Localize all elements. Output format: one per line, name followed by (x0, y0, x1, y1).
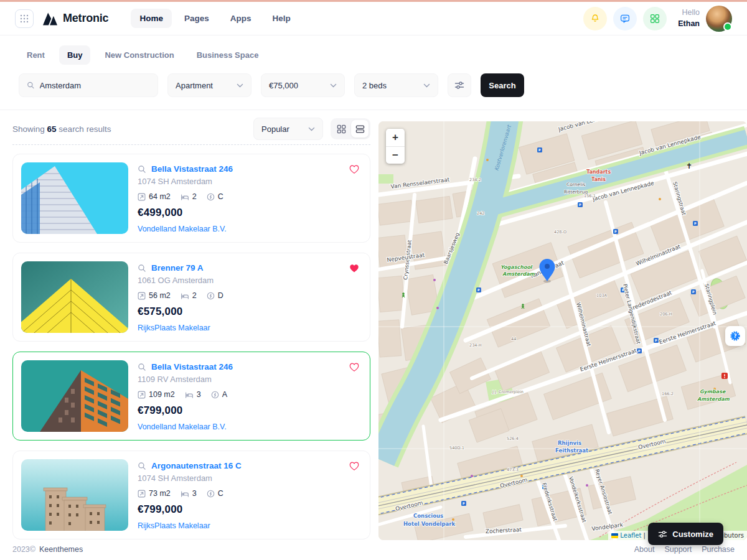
metronic-logo[interactable]: Metronic (42, 12, 108, 26)
svg-text:P: P (638, 349, 641, 353)
favorite-button[interactable] (349, 460, 360, 472)
sort-select[interactable]: Popular (253, 118, 323, 140)
listing-card-selected[interactable]: Bella Vistastraat 246 1109 RV Amsterdam … (12, 352, 370, 441)
area-icon (138, 490, 146, 498)
page-footer: 2023© Keenthemes About Support Purchase (0, 545, 747, 554)
listing-address: 1109 RV Amsterdam (138, 375, 362, 384)
nav-item-apps[interactable]: Apps (222, 9, 260, 28)
bed-icon (181, 292, 189, 299)
favorite-button-active[interactable] (349, 263, 360, 274)
zoom-search-icon (138, 165, 146, 174)
nav-item-pages[interactable]: Pages (176, 9, 218, 28)
map-panel[interactable]: P P P P P P P P P P P ✝ (378, 121, 747, 540)
area-value: 73 m2 (149, 489, 171, 498)
area-value: 64 m2 (149, 192, 171, 201)
price-select[interactable]: €75,000 (261, 73, 345, 97)
listing-agent-link[interactable]: Vondelland Makelaar B.V. (138, 225, 362, 233)
energy-label-icon (207, 292, 215, 300)
grid-view-button[interactable] (332, 120, 350, 138)
list-view-icon (355, 124, 365, 134)
notifications-button[interactable] (583, 7, 607, 30)
user-avatar[interactable] (706, 6, 732, 32)
listing-card[interactable]: Argonautenstraat 16 C 1074 SH Amsterdam … (12, 450, 370, 539)
tab-rent[interactable]: Rent (19, 45, 53, 65)
nav-item-home[interactable]: Home (131, 9, 172, 28)
poi-label: Cornelis (566, 182, 585, 187)
area-stat: 73 m2 (138, 489, 171, 498)
footer-company-link[interactable]: Keenthemes (39, 545, 83, 554)
leaflet-link[interactable]: Leaflet (620, 532, 641, 539)
energy-value: A (222, 390, 227, 399)
listing-card[interactable]: Bella Vistastraat 246 1074 SH Amsterdam … (12, 154, 370, 243)
heart-filled-icon (349, 263, 360, 274)
listing-photo[interactable] (21, 162, 128, 234)
list-view-button[interactable] (351, 120, 369, 138)
house-number: 473-3 (507, 467, 519, 472)
listing-photo[interactable] (21, 261, 128, 333)
property-type-select[interactable]: Apartment (167, 73, 251, 97)
property-type-value: Apartment (176, 81, 213, 90)
skyscraper-photo (21, 162, 128, 234)
search-button[interactable]: Search (481, 73, 524, 97)
quick-links-button[interactable] (643, 7, 667, 30)
listing-title-link[interactable]: Argonautenstraat 16 C (151, 461, 242, 470)
favorite-button[interactable] (349, 164, 360, 175)
listing-agent-link[interactable]: RijksPlaats Makelaar (138, 521, 362, 530)
energy-label-icon (207, 490, 215, 498)
osm-map[interactable]: P P P P P P P P P P P ✝ (378, 121, 747, 540)
listing-card[interactable]: Brenner 79 A 1061 OG Amsterdam 56 m2 2 D (12, 253, 370, 342)
help-floating-button[interactable]: ? (725, 326, 745, 346)
beds-value: 3 (197, 390, 201, 399)
zoom-search-icon (138, 462, 146, 470)
chevron-down-icon (237, 83, 243, 88)
location-search-field[interactable] (19, 73, 158, 97)
listing-title-link[interactable]: Brenner 79 A (151, 263, 204, 273)
beds-value: 2 (192, 291, 197, 300)
messages-button[interactable] (613, 7, 637, 30)
tab-business-space[interactable]: Business Space (189, 45, 267, 65)
customize-label: Customize (672, 530, 713, 539)
poi-label: Rhijnvis (558, 440, 581, 446)
more-filters-button[interactable] (448, 73, 471, 97)
zoom-out-button[interactable]: − (386, 146, 405, 164)
area-stat: 109 m2 (138, 390, 175, 399)
nav-item-help[interactable]: Help (263, 9, 299, 28)
beds-select[interactable]: 2 beds (354, 73, 438, 97)
heart-outline-icon (349, 460, 360, 472)
listing-title-link[interactable]: Bella Vistastraat 246 (151, 362, 233, 371)
footer-link-support[interactable]: Support (664, 545, 692, 554)
listing-address: 1074 SH Amsterdam (138, 177, 362, 186)
ukraine-flag-icon (611, 533, 618, 538)
question-glyph: ? (734, 333, 737, 339)
beds-stat: 2 (181, 291, 197, 300)
listing-photo[interactable] (21, 459, 128, 531)
zoom-in-button[interactable]: + (386, 129, 405, 146)
poi-label: Conscious (413, 513, 443, 519)
svg-text:P: P (538, 148, 541, 152)
location-input[interactable] (40, 81, 150, 90)
search-icon (27, 81, 35, 90)
listing-address: 1074 SH Amsterdam (138, 474, 362, 483)
house-number: 234-2 (469, 177, 481, 182)
footer-link-about[interactable]: About (634, 545, 655, 554)
bed-icon (181, 193, 189, 200)
house-number: 428-O (554, 230, 566, 235)
customize-button[interactable]: Customize (648, 523, 723, 545)
listing-agent-link[interactable]: RijksPlaats Makelaar (138, 324, 362, 332)
footer-link-purchase[interactable]: Purchase (702, 545, 735, 554)
house-number: 103A (596, 293, 607, 298)
results-count-text: Showing 65 search results (12, 124, 111, 134)
app-launcher-button[interactable] (15, 9, 34, 28)
area-icon (138, 292, 146, 300)
listing-type-tabs: Rent Buy New Construction Business Space (19, 45, 728, 65)
poi-label: Feithstraat (555, 447, 588, 454)
listing-title-link[interactable]: Bella Vistastraat 246 (151, 164, 233, 174)
logo-text: Metronic (63, 12, 108, 25)
tab-buy[interactable]: Buy (59, 45, 91, 65)
listing-photo[interactable] (21, 360, 128, 432)
listing-agent-link[interactable]: Vondelland Makelaar B.V. (138, 422, 362, 431)
grid-dots-icon (19, 14, 29, 24)
tab-new-construction[interactable]: New Construction (96, 45, 182, 65)
results-count: 65 (47, 124, 57, 134)
favorite-button[interactable] (349, 362, 360, 373)
